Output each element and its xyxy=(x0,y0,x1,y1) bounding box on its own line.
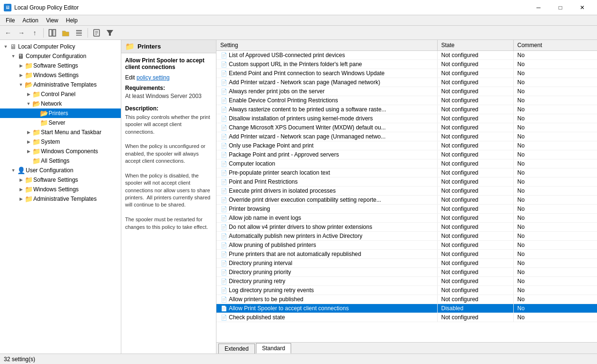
table-row[interactable]: 📄 Do not allow v4 printer drivers to sho… xyxy=(216,223,597,232)
tree-toggle-computer-config[interactable]: ▼ xyxy=(10,52,17,60)
table-row[interactable]: 📄 Package Point and print - Approved ser… xyxy=(216,150,597,159)
maximize-button[interactable]: □ xyxy=(549,0,571,15)
tree-item-system[interactable]: ▶ 📁 System xyxy=(0,137,121,147)
cell-state: Not configured xyxy=(437,114,513,123)
table-row[interactable]: 📄 Add Printer wizard - Network scan page… xyxy=(216,132,597,141)
tree-toggle-software-settings-1[interactable]: ▶ xyxy=(17,62,25,69)
setting-name: Printer browsing xyxy=(229,206,270,212)
cell-setting: 📄 Prune printers that are not automatica… xyxy=(216,250,437,259)
tree-item-windows-settings-1[interactable]: ▶ 📁 Windows Settings xyxy=(0,70,121,80)
cell-state: Not configured xyxy=(437,277,513,286)
table-row[interactable]: 📄 Override print driver execution compat… xyxy=(216,196,597,205)
tree-item-all-settings[interactable]: 📁 All Settings xyxy=(0,156,121,166)
menu-action[interactable]: Action xyxy=(19,16,42,25)
tree-toggle-start-menu[interactable]: ▶ xyxy=(25,128,32,136)
table-row[interactable]: 📄 Custom support URL in the Printers fol… xyxy=(216,60,597,69)
list-button[interactable] xyxy=(73,27,85,39)
minimize-button[interactable]: ─ xyxy=(528,0,549,15)
policy-link[interactable]: policy setting xyxy=(137,74,169,81)
folder-button[interactable] xyxy=(59,27,72,39)
col-header-comment[interactable]: Comment xyxy=(513,40,597,51)
properties-button[interactable] xyxy=(90,27,103,39)
table-row[interactable]: 📄 Extend Point and Print connection to s… xyxy=(216,69,597,78)
tree-toggle-root[interactable]: ▼ xyxy=(2,43,10,50)
setting-name: Check published state xyxy=(229,314,285,321)
up-button[interactable]: ↑ xyxy=(29,27,41,39)
table-row[interactable]: 📄 Automatically publish new printers in … xyxy=(216,232,597,241)
table-row[interactable]: 📄 Computer location Not configured No xyxy=(216,159,597,168)
tree-toggle-windows-components[interactable]: ▶ xyxy=(25,148,32,155)
tree-item-network[interactable]: ▼ 📂 Network xyxy=(0,99,121,108)
col-header-state[interactable]: State xyxy=(437,40,513,51)
setting-icon: 📄 xyxy=(220,188,228,194)
tree-item-printers[interactable]: 📂 Printers xyxy=(0,108,121,118)
tree-label-root: Local Computer Policy xyxy=(18,43,75,50)
tree-toggle-admin-templates-1[interactable]: ▼ xyxy=(17,81,25,89)
table-row[interactable]: 📄 Disallow installation of printers usin… xyxy=(216,114,597,123)
setting-name: Do not allow v4 printer drivers to show … xyxy=(229,224,372,230)
table-row[interactable]: 📄 Directory pruning priority Not configu… xyxy=(216,268,597,277)
tree-item-root[interactable]: ▼ 🖥 Local Computer Policy xyxy=(0,42,121,51)
table-row[interactable]: 📄 Pre-populate printer search location t… xyxy=(216,168,597,177)
tree-toggle-printers[interactable] xyxy=(32,109,40,117)
table-row[interactable]: 📄 Add Printer wizard - Network scan page… xyxy=(216,78,597,87)
table-row[interactable]: 📄 Directory pruning interval Not configu… xyxy=(216,259,597,268)
table-row[interactable]: 📄 Directory pruning retry Not configured… xyxy=(216,277,597,286)
table-row[interactable]: 📄 Allow Print Spooler to accept client c… xyxy=(216,304,597,313)
table-row[interactable]: 📄 Prune printers that are not automatica… xyxy=(216,250,597,259)
menu-file[interactable]: File xyxy=(2,16,19,25)
table-row[interactable]: 📄 Execute print drivers in isolated proc… xyxy=(216,187,597,196)
close-button[interactable]: ✕ xyxy=(571,0,593,15)
tree-toggle-system[interactable]: ▶ xyxy=(25,138,32,146)
cell-comment: No xyxy=(513,214,597,223)
tree-toggle-admin-templates-2[interactable]: ▶ xyxy=(17,195,25,203)
table-row[interactable]: 📄 Log directory pruning retry events Not… xyxy=(216,286,597,295)
table-row[interactable]: 📄 Check published state Not configured N… xyxy=(216,313,597,322)
filter-button[interactable] xyxy=(104,27,116,39)
settings-table-container[interactable]: Setting State Comment 📄 List of Approved… xyxy=(216,40,597,342)
toolbar-separator-1 xyxy=(43,28,44,38)
table-row[interactable]: 📄 Always render print jobs on the server… xyxy=(216,87,597,96)
table-row[interactable]: 📄 Only use Package Point and print Not c… xyxy=(216,141,597,150)
tree-label-network: Network xyxy=(41,100,62,107)
tree-item-windows-components[interactable]: ▶ 📁 Windows Components xyxy=(0,147,121,156)
tree-item-start-menu[interactable]: ▶ 📁 Start Menu and Taskbar xyxy=(0,128,121,137)
menu-view[interactable]: View xyxy=(42,16,62,25)
forward-button[interactable]: → xyxy=(15,27,28,39)
tree-toggle-server[interactable] xyxy=(32,119,40,127)
show-hide-button[interactable] xyxy=(46,27,59,39)
tree-item-admin-templates-2[interactable]: ▶ 📁 Administrative Templates xyxy=(0,194,121,204)
tree-item-windows-settings-2[interactable]: ▶ 📁 Windows Settings xyxy=(0,185,121,194)
table-row[interactable]: 📄 Change Microsoft XPS Document Writer (… xyxy=(216,123,597,132)
table-row[interactable]: 📄 List of Approved USB-connected print d… xyxy=(216,51,597,60)
table-row[interactable]: 📄 Point and Print Restrictions Not confi… xyxy=(216,177,597,187)
tree-toggle-network[interactable]: ▼ xyxy=(25,100,32,108)
tree-toggle-windows-settings-1[interactable]: ▶ xyxy=(17,71,25,79)
table-row[interactable]: 📄 Allow pruning of published printers No… xyxy=(216,241,597,250)
settings-table: Setting State Comment 📄 List of Approved… xyxy=(216,40,597,322)
table-row[interactable]: 📄 Allow job name in event logs Not confi… xyxy=(216,214,597,223)
tab-standard[interactable]: Standard xyxy=(256,343,292,354)
menu-help[interactable]: Help xyxy=(62,16,82,25)
tree-item-software-settings-1[interactable]: ▶ 📁 Software Settings xyxy=(0,61,121,70)
table-row[interactable]: 📄 Enable Device Control Printing Restric… xyxy=(216,96,597,105)
tree-item-computer-config[interactable]: ▼ 🖥 Computer Configuration xyxy=(0,51,121,61)
table-row[interactable]: 📄 Allow printers to be published Not con… xyxy=(216,295,597,304)
tree-item-software-settings-2[interactable]: ▶ 📁 Software Settings xyxy=(0,175,121,185)
tree-toggle-windows-settings-2[interactable]: ▶ xyxy=(17,186,25,193)
tree-item-admin-templates-1[interactable]: ▼ 📂 Administrative Templates xyxy=(0,80,121,89)
tree-toggle-software-settings-2[interactable]: ▶ xyxy=(17,176,25,184)
cell-state: Not configured xyxy=(437,250,513,259)
back-button[interactable]: ← xyxy=(2,27,14,39)
tree-item-server[interactable]: 📁 Server xyxy=(0,118,121,128)
tree-toggle-all-settings[interactable] xyxy=(25,157,32,165)
tree-toggle-user-config[interactable]: ▼ xyxy=(10,167,17,174)
tree-item-control-panel[interactable]: ▶ 📁 Control Panel xyxy=(0,89,121,99)
policy-title: Allow Print Spooler to accept client con… xyxy=(125,57,212,70)
tree-item-user-config[interactable]: ▼ 👤 User Configuration xyxy=(0,166,121,175)
table-row[interactable]: 📄 Printer browsing Not configured No xyxy=(216,205,597,214)
col-header-setting[interactable]: Setting xyxy=(216,40,437,51)
tab-extended[interactable]: Extended xyxy=(218,344,255,354)
table-row[interactable]: 📄 Always rasterize content to be printed… xyxy=(216,105,597,114)
tree-toggle-control-panel[interactable]: ▶ xyxy=(25,90,32,98)
